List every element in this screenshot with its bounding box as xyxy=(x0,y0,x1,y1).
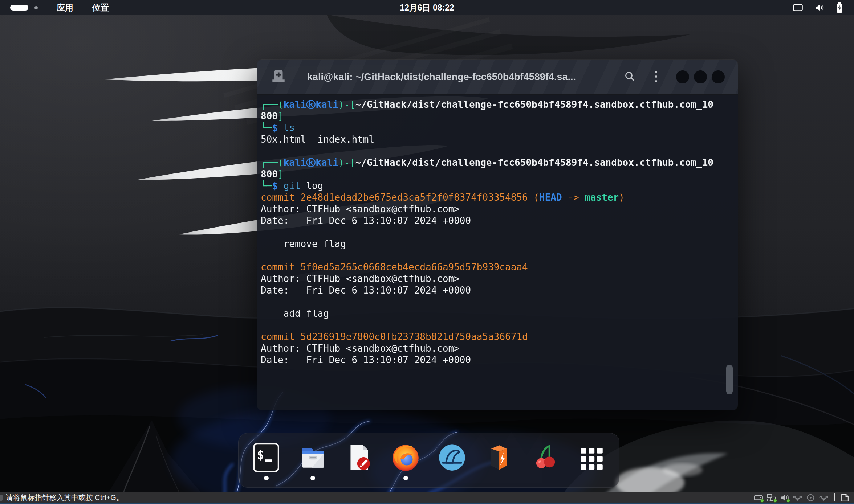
scrollbar[interactable] xyxy=(726,365,733,394)
minimize-button[interactable] xyxy=(676,70,689,83)
network-adapters-icon[interactable] xyxy=(766,493,776,502)
search-icon[interactable] xyxy=(624,71,635,83)
running-indicator xyxy=(543,476,548,480)
dock xyxy=(238,433,619,488)
running-indicator xyxy=(264,476,269,480)
mouse-integration-icon[interactable] xyxy=(840,493,850,502)
running-indicator xyxy=(403,476,408,480)
running-indicator xyxy=(589,476,594,480)
terminal-line: ┌──(kaliⓚkali)-[~/GitHack/dist/challenge… xyxy=(261,157,728,168)
running-indicator xyxy=(496,476,501,480)
kebab-menu-icon[interactable] xyxy=(654,70,658,84)
battery-charging-icon[interactable] xyxy=(836,2,843,13)
dock-item-file-manager[interactable] xyxy=(294,443,332,480)
separator xyxy=(834,493,835,501)
terminal-line: Date: Fri Dec 6 13:10:07 2024 +0000 xyxy=(261,284,728,296)
system-tray xyxy=(793,2,854,13)
audio-icon[interactable] xyxy=(780,493,789,502)
running-indicator xyxy=(450,476,455,480)
dock-item-terminal[interactable] xyxy=(247,443,285,480)
terminal-line: commit 5d236919e7800c0fb23738b821d750aa5… xyxy=(261,331,728,343)
wireshark-icon xyxy=(437,443,467,472)
terminal-line: 800] xyxy=(261,168,728,180)
dock-item-burp-suite[interactable] xyxy=(480,443,517,480)
terminal-line: └─$ ls xyxy=(261,122,728,134)
window-controls xyxy=(676,70,725,83)
workspace-indicator-pill[interactable] xyxy=(10,5,28,11)
applications-menu[interactable]: 应用 xyxy=(57,2,73,13)
panel-left: 应用 位置 xyxy=(0,2,109,13)
status-led xyxy=(760,499,764,503)
workspace-indicator-dot[interactable] xyxy=(34,6,38,9)
display-icon[interactable] xyxy=(793,4,803,12)
text-editor-icon xyxy=(344,443,374,472)
file-manager-icon xyxy=(298,443,328,472)
new-tab-icon[interactable] xyxy=(270,69,287,85)
volume-icon[interactable] xyxy=(815,3,824,12)
terminal-line: remove flag xyxy=(261,238,728,250)
terminal-line: Date: Fri Dec 6 13:10:07 2024 +0000 xyxy=(261,215,728,226)
maximize-button[interactable] xyxy=(694,70,707,83)
hard-disks-icon[interactable] xyxy=(753,493,763,502)
top-panel: 应用 位置 12月6日 08:22 xyxy=(0,0,854,15)
terminal-line xyxy=(261,319,728,331)
status-led xyxy=(773,499,777,503)
terminal-line xyxy=(261,145,728,157)
clipped-icon xyxy=(0,495,3,501)
terminal-line xyxy=(261,250,728,261)
terminal-line: add flag xyxy=(261,308,728,319)
status-led xyxy=(786,499,790,503)
vbox-status-icons xyxy=(753,493,854,502)
terminal-line xyxy=(261,296,728,308)
places-menu[interactable]: 位置 xyxy=(92,2,109,13)
terminal-output[interactable]: ┌──(kaliⓚkali)-[~/GitHack/dist/challenge… xyxy=(261,99,728,408)
terminal-line: ┌──(kaliⓚkali)-[~/GitHack/dist/challenge… xyxy=(261,99,728,110)
running-indicator xyxy=(357,476,362,480)
terminal-line: Author: CTFHub <sandbox@ctfhub.com> xyxy=(261,203,728,215)
burp-suite-icon xyxy=(484,443,513,472)
window-title: kali@kali: ~/GitHack/dist/challenge-fcc6… xyxy=(307,71,576,83)
statusbar-message: 请将鼠标指针移入其中或按 Ctrl+G。 xyxy=(6,493,123,503)
dock-item-cherrytree[interactable] xyxy=(526,443,564,480)
terminal-window: kali@kali: ~/GitHack/dist/challenge-fcc6… xyxy=(257,60,738,410)
terminal-headerbar[interactable]: kali@kali: ~/GitHack/dist/challenge-fcc6… xyxy=(257,60,738,95)
shared-folders-icon[interactable] xyxy=(819,493,829,502)
terminal-line: Author: CTFHub <sandbox@ctfhub.com> xyxy=(261,343,728,354)
dock-item-wireshark[interactable] xyxy=(433,443,471,480)
terminal-line: 800] xyxy=(261,110,728,122)
dock-item-firefox[interactable] xyxy=(387,443,424,480)
optical-drives-icon[interactable] xyxy=(806,493,816,502)
clock[interactable]: 12月6日 08:22 xyxy=(400,2,454,13)
terminal-line: └─$ git log xyxy=(261,180,728,192)
terminal-line xyxy=(261,226,728,238)
firefox-icon xyxy=(391,443,420,472)
vm-statusbar: 请将鼠标指针移入其中或按 Ctrl+G。 xyxy=(0,492,854,503)
terminal-line: Date: Fri Dec 6 13:10:07 2024 +0000 xyxy=(261,354,728,366)
terminal-icon xyxy=(251,443,281,472)
app-grid-icon xyxy=(577,443,606,472)
close-button[interactable] xyxy=(712,70,725,83)
dock-item-app-grid[interactable] xyxy=(573,443,610,480)
running-indicator xyxy=(310,476,315,480)
desktop: $ xyxy=(0,0,854,504)
cherrytree-icon xyxy=(530,443,560,472)
terminal-line: 50x.html index.html xyxy=(261,134,728,145)
terminal-line: commit 5f0ed5a265c0668ceb4ecda66a95d57b9… xyxy=(261,261,728,273)
dock-items xyxy=(239,443,619,480)
dock-item-text-editor[interactable] xyxy=(340,443,378,480)
terminal-line: commit 2e48d1edad2be675ed3ca5f2f0f8374f0… xyxy=(261,192,728,203)
usb-devices-icon[interactable] xyxy=(793,493,802,502)
terminal-line: Author: CTFHub <sandbox@ctfhub.com> xyxy=(261,273,728,284)
